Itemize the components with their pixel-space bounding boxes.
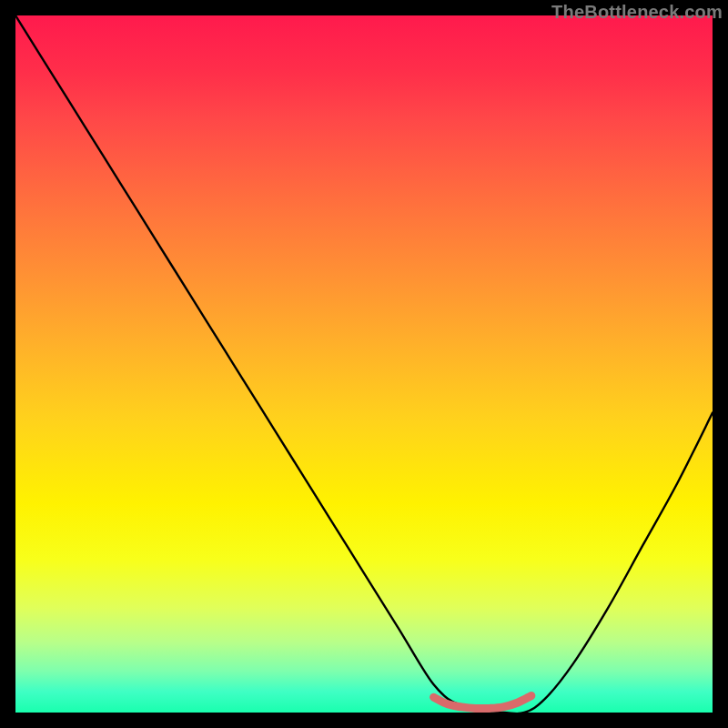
watermark-text: TheBottleneck.com bbox=[551, 2, 723, 23]
bottleneck-curve-path bbox=[15, 15, 713, 713]
optimal-band-path bbox=[434, 696, 531, 709]
chart-frame: TheBottleneck.com bbox=[0, 0, 728, 728]
chart-svg bbox=[15, 15, 713, 713]
